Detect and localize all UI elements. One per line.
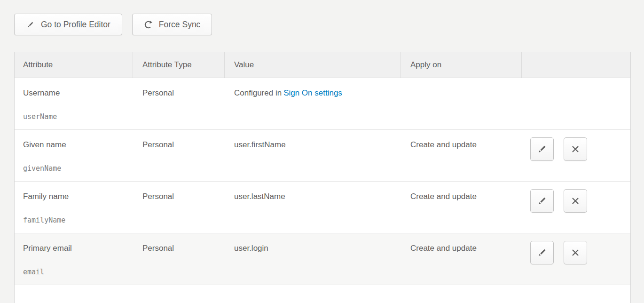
table-row-username: Username userName Personal Configured in… bbox=[15, 78, 630, 130]
attribute-type-cell: Personal bbox=[133, 233, 225, 285]
toolbar: Go to Profile Editor Force Sync bbox=[14, 14, 212, 35]
attribute-variable-name: givenName bbox=[23, 163, 124, 174]
col-header-attribute-type: Attribute Type bbox=[133, 52, 225, 78]
close-icon bbox=[570, 144, 581, 154]
apply-on-cell: Create and update bbox=[401, 130, 522, 181]
delete-attribute-button[interactable] bbox=[564, 137, 587, 161]
pencil-icon bbox=[536, 144, 548, 155]
pencil-icon bbox=[26, 20, 35, 29]
sign-on-settings-link[interactable]: Sign On settings bbox=[283, 88, 342, 97]
attribute-cell: Given name givenName bbox=[15, 130, 133, 181]
value-cell: Configured inSign On settings bbox=[225, 78, 401, 129]
actions-cell-empty bbox=[522, 78, 630, 129]
attribute-variable-name: userName bbox=[23, 111, 124, 122]
force-sync-button[interactable]: Force Sync bbox=[132, 14, 212, 35]
attribute-label: Given name bbox=[23, 139, 124, 151]
attribute-type-cell: Personal bbox=[133, 182, 225, 233]
col-header-apply-on: Apply on bbox=[401, 52, 522, 78]
attribute-label: Primary email bbox=[23, 243, 124, 254]
value-text: Configured in bbox=[234, 88, 282, 97]
delete-attribute-button[interactable] bbox=[564, 241, 587, 264]
attribute-cell: Family name familyName bbox=[15, 182, 133, 233]
table-row-partial bbox=[15, 285, 630, 303]
close-icon bbox=[570, 196, 581, 206]
pencil-icon bbox=[536, 247, 548, 258]
attribute-cell: Primary email email bbox=[15, 233, 133, 285]
col-header-attribute: Attribute bbox=[15, 52, 133, 78]
refresh-icon bbox=[144, 20, 153, 29]
col-header-value: Value bbox=[225, 52, 401, 78]
attribute-cell: Username userName bbox=[15, 78, 133, 129]
go-to-profile-editor-label: Go to Profile Editor bbox=[41, 20, 110, 30]
close-icon bbox=[570, 247, 581, 258]
apply-on-cell bbox=[401, 78, 522, 129]
force-sync-label: Force Sync bbox=[159, 20, 201, 30]
table-row-given-name: Given name givenName Personal user.first… bbox=[15, 130, 630, 182]
attribute-type-cell: Personal bbox=[133, 130, 225, 181]
edit-attribute-button[interactable] bbox=[530, 137, 554, 161]
pencil-icon bbox=[536, 195, 548, 207]
attribute-label: Family name bbox=[23, 191, 124, 202]
value-cell: user.firstName bbox=[225, 130, 401, 181]
apply-on-cell: Create and update bbox=[401, 233, 522, 285]
col-header-actions bbox=[522, 52, 630, 78]
actions-cell bbox=[522, 233, 630, 285]
table-row-primary-email: Primary email email Personal user.login … bbox=[15, 233, 630, 285]
actions-cell bbox=[522, 182, 630, 233]
value-cell: user.lastName bbox=[225, 182, 401, 233]
attribute-variable-name: familyName bbox=[23, 215, 124, 226]
go-to-profile-editor-button[interactable]: Go to Profile Editor bbox=[14, 14, 122, 35]
table-row-family-name: Family name familyName Personal user.las… bbox=[15, 182, 630, 233]
attribute-type-cell: Personal bbox=[133, 78, 225, 129]
attribute-label: Username bbox=[23, 88, 124, 99]
table-header-row: Attribute Attribute Type Value Apply on bbox=[15, 52, 630, 78]
edit-attribute-button[interactable] bbox=[530, 189, 554, 213]
apply-on-cell: Create and update bbox=[401, 182, 522, 233]
delete-attribute-button[interactable] bbox=[564, 189, 587, 213]
attribute-mappings-table: Attribute Attribute Type Value Apply on … bbox=[14, 52, 631, 303]
actions-cell bbox=[522, 130, 630, 181]
value-cell: user.login bbox=[225, 233, 401, 285]
edit-attribute-button[interactable] bbox=[530, 241, 554, 264]
attribute-variable-name: email bbox=[23, 266, 124, 278]
